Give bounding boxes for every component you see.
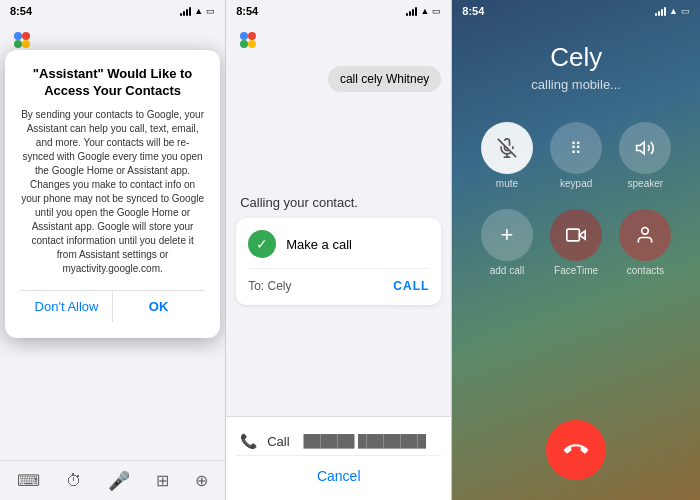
bottom-toolbar-1: ⌨ ⏱ 🎤 ⊞ ⊕	[0, 460, 225, 500]
dialog-buttons: Don't Allow OK	[21, 290, 204, 322]
svg-point-3	[22, 40, 30, 48]
s2-content: Calling your contact. ✓ Make a call To: …	[226, 185, 451, 305]
speaker-icon-circle	[619, 122, 671, 174]
svg-point-2	[14, 40, 22, 48]
call-actions-top: mute ⠿ keypad speaker	[452, 102, 700, 199]
facetime-button[interactable]: FaceTime	[550, 209, 602, 276]
signal-icon-3	[655, 7, 666, 16]
google-logo-2	[236, 28, 260, 52]
contacts-label: contacts	[627, 265, 664, 276]
status-icons-1: ▲ ▭	[180, 6, 215, 16]
dialog-title: "Assistant" Would Like to Access Your Co…	[21, 66, 204, 100]
battery-icon-3: ▭	[681, 6, 690, 16]
mute-button[interactable]: mute	[481, 122, 533, 189]
end-call-button[interactable]	[546, 420, 606, 480]
add-call-button[interactable]: + add call	[481, 209, 533, 276]
call-actions-bottom: + add call FaceTime contacts	[452, 199, 700, 286]
screen3: 8:54 ▲ ▭ Cely calling mobile...	[452, 0, 700, 500]
wifi-icon-3: ▲	[669, 6, 678, 16]
compass-icon[interactable]: ⊕	[195, 471, 208, 490]
user-message-2: call cely Whitney	[328, 66, 441, 92]
call-card: ✓ Make a call To: Cely CALL	[236, 218, 441, 305]
call-action-button[interactable]: CALL	[393, 279, 429, 293]
svg-point-0	[14, 32, 22, 40]
screen2: 8:54 ▲ ▭ call cely Whitney	[226, 0, 452, 500]
mute-label: mute	[496, 178, 518, 189]
svg-point-6	[240, 40, 248, 48]
contacts-button[interactable]: contacts	[619, 209, 671, 276]
chat-area-2: call cely Whitney	[226, 58, 451, 185]
call-label: Call	[267, 434, 289, 449]
svg-marker-12	[579, 231, 585, 239]
svg-point-1	[22, 32, 30, 40]
keypad-label: keypad	[560, 178, 592, 189]
make-call-label: Make a call	[286, 237, 352, 252]
svg-marker-11	[637, 142, 645, 154]
google-logo-1	[10, 28, 34, 52]
status-time-2: 8:54	[236, 5, 258, 17]
speaker-button[interactable]: speaker	[619, 122, 671, 189]
history-icon[interactable]: ⏱	[66, 472, 82, 490]
status-icons-3: ▲ ▭	[655, 6, 690, 16]
keypad-icon-circle: ⠿	[550, 122, 602, 174]
add-call-icon-circle: +	[481, 209, 533, 261]
assistant-header-2	[226, 22, 451, 58]
status-bar-3: 8:54 ▲ ▭	[452, 0, 700, 22]
end-call-section	[452, 400, 700, 500]
facetime-icon-circle	[550, 209, 602, 261]
bottom-sheet: 📞 Call ██████ ████████ Cancel	[226, 416, 451, 500]
calling-text: Calling your contact.	[236, 195, 441, 210]
battery-icon-1: ▭	[206, 6, 215, 16]
phone-icon: 📞	[240, 433, 257, 449]
facetime-label: FaceTime	[554, 265, 598, 276]
dont-allow-button[interactable]: Don't Allow	[21, 291, 113, 322]
make-call-row: ✓ Make a call	[248, 230, 429, 269]
keypad-button[interactable]: ⠿ keypad	[550, 122, 602, 189]
cancel-button[interactable]: Cancel	[236, 462, 441, 490]
svg-point-4	[240, 32, 248, 40]
svg-rect-13	[567, 229, 580, 241]
caller-name: Cely	[462, 42, 690, 73]
caller-status: calling mobile...	[462, 77, 690, 92]
to-text: To: Cely	[248, 279, 291, 293]
status-time-3: 8:54	[462, 5, 484, 17]
contacts-icon-circle	[619, 209, 671, 261]
call-number: ██████ ████████	[304, 434, 426, 448]
caller-info: Cely calling mobile...	[452, 22, 700, 102]
battery-icon-2: ▭	[432, 6, 441, 16]
signal-icon-2	[406, 7, 417, 16]
status-bar-2: 8:54 ▲ ▭	[226, 0, 451, 22]
svg-point-14	[642, 228, 649, 235]
image-icon[interactable]: ⊞	[156, 471, 169, 490]
dialog-body: By sending your contacts to Google, your…	[21, 108, 204, 276]
check-icon: ✓	[248, 230, 276, 258]
bottom-call-row: 📞 Call ██████ ████████	[236, 427, 441, 456]
status-bar-1: 8:54 ▲ ▭	[0, 0, 225, 22]
mute-icon-circle	[481, 122, 533, 174]
contacts-permission-dialog: "Assistant" Would Like to Access Your Co…	[5, 50, 220, 338]
ok-button[interactable]: OK	[113, 291, 204, 322]
status-icons-2: ▲ ▭	[406, 6, 441, 16]
screen1: 8:54 ▲ ▭ call cely • • •	[0, 0, 226, 500]
svg-point-5	[248, 32, 256, 40]
speaker-label: speaker	[628, 178, 664, 189]
wifi-icon-2: ▲	[420, 6, 429, 16]
to-line: To: Cely CALL	[248, 269, 429, 293]
add-call-label: add call	[490, 265, 524, 276]
svg-point-7	[248, 40, 256, 48]
keyboard-icon[interactable]: ⌨	[17, 471, 40, 490]
wifi-icon-1: ▲	[194, 6, 203, 16]
signal-icon-1	[180, 7, 191, 16]
status-time-1: 8:54	[10, 5, 32, 17]
mic-icon[interactable]: 🎤	[108, 470, 130, 492]
